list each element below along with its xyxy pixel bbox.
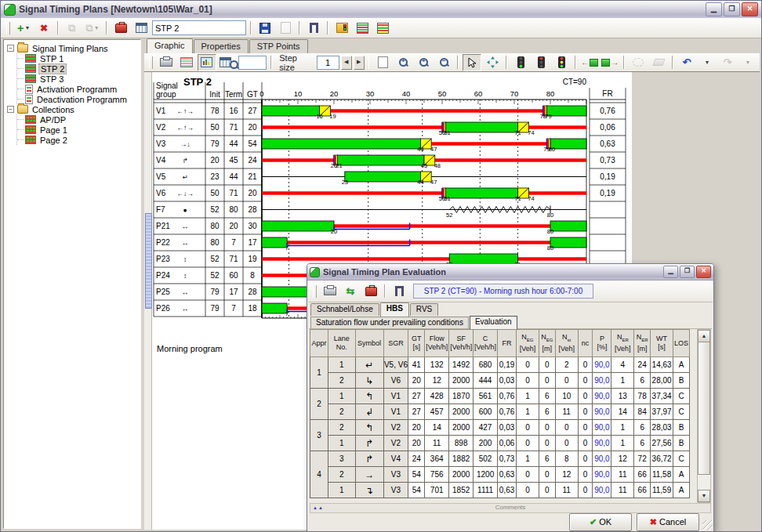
tree-folder[interactable]: −Signal Timing Plans	[5, 43, 139, 53]
vertical-scrollbar[interactable]	[144, 72, 152, 530]
table-row[interactable]: 43↱V42436418825020,73168090,0127236,72C	[310, 451, 697, 467]
toolbox-button[interactable]	[111, 20, 130, 37]
column-header: FR	[498, 330, 517, 357]
table-scrollbar[interactable]: ▲ ▼	[697, 329, 711, 503]
subtab-evaluation[interactable]: Evaluation	[470, 316, 517, 329]
tab-graphic[interactable]: Graphic	[147, 38, 193, 54]
new-page-button[interactable]	[373, 54, 392, 71]
dialog-refresh-button[interactable]: ⇆	[341, 283, 360, 300]
export-button[interactable]	[332, 20, 351, 37]
zoom-select-button[interactable]: +	[394, 54, 412, 71]
table-row[interactable]: 32↰V2201420004270,03000090,01628,03B	[310, 420, 697, 436]
scroll-up-button[interactable]: ▲	[698, 330, 710, 342]
svg-text:54: 54	[248, 139, 257, 148]
tree-item-stp-1[interactable]: STP 1	[17, 53, 139, 63]
signal-pole-icon	[395, 286, 404, 296]
dialog-maximize-button[interactable]: ❐	[680, 266, 695, 278]
tab-rvs[interactable]: RVS	[410, 303, 438, 316]
lane-cell: 1	[328, 389, 355, 404]
lasso-button[interactable]	[629, 54, 648, 71]
dialog-signal-button[interactable]	[390, 283, 408, 300]
value-cell: 0	[517, 373, 539, 389]
plan-list-button[interactable]	[353, 20, 372, 37]
value-cell: 0	[517, 467, 539, 483]
tab-stp-points[interactable]: STP Points	[249, 39, 308, 53]
tab-properties[interactable]: Properties	[194, 39, 249, 53]
table-row[interactable]: 1↱V220118982000,06000090,01627,56B	[310, 436, 697, 451]
redo-button[interactable]: ↷	[718, 54, 737, 71]
step-up-button[interactable]: ▶	[354, 56, 365, 70]
subtab-saturation-flow[interactable]: Saturation flow under prevailing conditi…	[310, 317, 469, 328]
stp-name-input[interactable]	[152, 20, 246, 35]
minimize-button[interactable]: ▁	[706, 2, 722, 16]
dialog-close-button[interactable]: ✕	[696, 266, 711, 278]
dialog-toolbox-button[interactable]	[361, 283, 380, 300]
copy-button[interactable]: ⧉	[63, 20, 82, 37]
maximize-button[interactable]: ❐	[724, 2, 740, 16]
shift-left-button[interactable]: ←	[580, 54, 599, 71]
table-row[interactable]: 2→V354756200012000,630012090,0116611,58A	[310, 467, 697, 483]
dialog-minimize-button[interactable]: ▁	[663, 266, 678, 278]
delete-button[interactable]: ✖	[34, 20, 53, 37]
save-button[interactable]	[256, 20, 274, 37]
table-search-button[interactable]	[218, 54, 237, 71]
ok-button[interactable]: ✔ OK	[569, 513, 632, 531]
save-icon	[259, 23, 270, 34]
tree-item-page-1[interactable]: Page 1	[17, 125, 139, 135]
signal-green-button[interactable]	[511, 54, 530, 71]
calculator-button[interactable]	[132, 20, 151, 37]
scrollbar-thumb[interactable]	[145, 213, 152, 309]
expander-icon[interactable]: −	[7, 45, 14, 52]
tree-item-deactivation-programm[interactable]: Deactivation Programm	[17, 94, 139, 104]
plan-view-button[interactable]	[177, 54, 196, 71]
undo-menu-button[interactable]: ▼	[698, 54, 717, 71]
signal-pole-button[interactable]	[304, 20, 323, 37]
redo-menu-button[interactable]: ▼	[738, 54, 757, 71]
tree-folder[interactable]: −Collections	[5, 104, 139, 114]
print-button[interactable]	[157, 54, 176, 71]
table-row[interactable]: 2↲V12745720006000,761611090,0148437,97C	[310, 404, 697, 420]
paste-button[interactable]: ⧉▼	[83, 20, 102, 37]
value-cell: 2000	[449, 420, 474, 436]
scrollbar-thumb[interactable]	[698, 342, 710, 475]
dialog-print-button[interactable]	[321, 283, 339, 300]
value-cell: 11,59	[651, 483, 673, 498]
table-row[interactable]: 21↰V12742818705610,761610090,0137837,34C	[310, 389, 697, 404]
separator	[368, 56, 370, 69]
table-row[interactable]: 2↳V6201220004440,03000090,01628,00B	[310, 373, 697, 389]
zoom-out-button[interactable]: −	[434, 54, 453, 71]
col-icon	[25, 125, 36, 134]
zoom-in-button[interactable]: +	[414, 54, 433, 71]
tree-item-activation-programm[interactable]: Activation Programm	[17, 84, 139, 94]
tree-item-stp-2[interactable]: STP 2	[17, 63, 139, 74]
verify-button[interactable]	[276, 20, 295, 37]
undo-button[interactable]: ↶	[677, 54, 696, 71]
tree-item-ap-dp[interactable]: AP/DP	[17, 114, 139, 125]
tab-schnabel-lohse[interactable]: Schnabel/Lohse	[310, 303, 379, 316]
erase-button[interactable]	[649, 54, 668, 71]
resize-grip[interactable]	[702, 520, 713, 530]
close-button[interactable]: ✕	[742, 2, 758, 16]
plan-list-alt-button[interactable]	[373, 20, 392, 37]
value-cell: 20	[408, 436, 425, 451]
shift-right-button[interactable]: →	[601, 54, 619, 71]
comments-bar[interactable]: ▲▲ Comments	[310, 503, 711, 513]
pan-button[interactable]	[483, 54, 502, 71]
signal-red-button[interactable]	[532, 54, 550, 71]
pointer-button[interactable]	[463, 54, 481, 71]
table-row[interactable]: 11↵V5, V64113214926800,19002090,042414,6…	[310, 357, 697, 373]
step-down-button[interactable]: ◀	[341, 56, 352, 70]
value-input[interactable]	[238, 56, 267, 70]
tab-hbs[interactable]: HBS	[380, 302, 409, 317]
cancel-button[interactable]: ✖ Cancel	[637, 513, 699, 531]
tree-item-page-2[interactable]: Page 2	[17, 135, 139, 145]
signal-all-button[interactable]	[552, 54, 571, 71]
expander-icon[interactable]: −	[7, 106, 14, 113]
collapse-icon[interactable]: ▲▲	[313, 504, 324, 512]
step-size-value[interactable]: 1	[317, 56, 339, 70]
table-row[interactable]: 1↴V354701185211110,630011090,0116611,59A	[310, 483, 697, 498]
tree-item-stp-3[interactable]: STP 3	[17, 74, 139, 84]
scroll-down-button[interactable]: ▼	[698, 490, 710, 502]
chart-view-button[interactable]	[198, 54, 216, 71]
add-button[interactable]: +▼	[14, 20, 33, 37]
